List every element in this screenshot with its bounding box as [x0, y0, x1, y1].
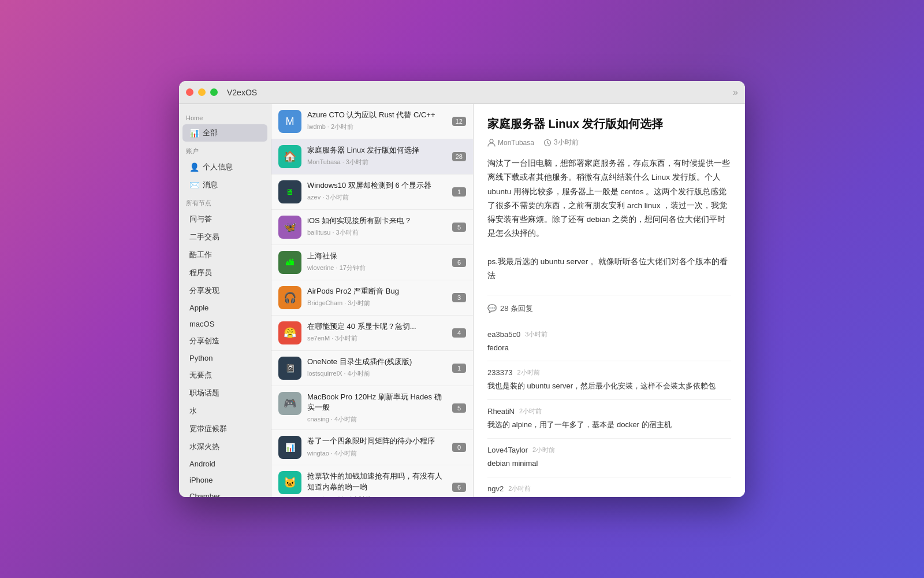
sidebar-item-profile[interactable]: 👤 个人信息: [182, 158, 267, 176]
sidebar-item-4[interactable]: 分享发现: [182, 282, 267, 299]
post-count-7: 4: [452, 328, 466, 338]
post-avatar-1: M: [278, 110, 301, 133]
comment-time-3: 2小时前: [519, 407, 542, 416]
comment-4: Love4Taylor 2小时前 debian minimal: [487, 439, 731, 477]
post-item-3[interactable]: 🖥 Windows10 双屏却检测到 6 个显示器 azev · 3小时前 1: [271, 175, 473, 210]
post-count-5: 6: [452, 258, 466, 267]
sidebar-node-label-apple: Apple: [189, 303, 208, 312]
sidebar-item-2[interactable]: 酷工作: [182, 246, 267, 264]
comment-user-3: RheatiN: [487, 407, 515, 416]
sidebar-item-0[interactable]: 问与答: [182, 210, 267, 228]
fullscreen-button[interactable]: [210, 88, 218, 96]
comment-user-1: ea3ba5c0: [487, 330, 520, 339]
sidebar-item-6[interactable]: 无要点: [182, 366, 267, 384]
comment-time-5: 2小时前: [508, 484, 531, 493]
post-title-2: 家庭服务器 Linux 发行版如何选择: [307, 145, 446, 155]
post-body-8: OneNote 目录生成插件(残废版) lostsquirrelX · 4小时前: [307, 357, 446, 378]
comment-time-4: 2小时前: [532, 446, 555, 454]
post-item-8[interactable]: 📓 OneNote 目录生成插件(残废版) lostsquirrelX · 4小…: [271, 351, 473, 386]
post-meta-3: azev · 3小时前: [307, 193, 446, 202]
post-item-9[interactable]: 🎮 MacBook Pro 120Hz 刷新率玩 Hades 确实一般 cnas…: [271, 386, 473, 430]
post-avatar-2: 🏠: [278, 145, 301, 168]
sidebar-item-water[interactable]: 水: [182, 402, 267, 420]
sidebar-item-chamber[interactable]: Chamber: [182, 488, 267, 497]
post-title-9: MacBook Pro 120Hz 刷新率玩 Hades 确实一般: [307, 392, 446, 413]
sidebar-node-label-7: 职场话题: [189, 388, 219, 398]
comment-user-5: ngv2: [487, 484, 504, 493]
comment-header-4: Love4Taylor 2小时前: [487, 446, 731, 454]
post-count-6: 3: [452, 293, 466, 302]
close-button[interactable]: [186, 88, 193, 96]
expand-icon[interactable]: »: [733, 87, 738, 98]
post-item-7[interactable]: 😤 在哪能预定 40 系显卡呢？急切... se7enM · 3小时前 4: [271, 316, 473, 351]
post-avatar-9: 🎮: [278, 392, 301, 415]
comment-2: 233373 2小时前 我也是装的 ubuntu server，然后最小化安装，…: [487, 361, 731, 400]
comment-5: ngv2 2小时前 没有什么特殊需求就哪个熟用哪个呗: [487, 477, 731, 497]
sidebar-item-all[interactable]: 📊 全部: [182, 124, 267, 142]
sidebar-item-8[interactable]: 宽带症候群: [182, 420, 267, 438]
post-avatar-11: 🐱: [278, 471, 301, 494]
bar-chart-icon: 📊: [189, 128, 199, 138]
sidebar-node-label-4: 分享发现: [189, 286, 219, 296]
post-body-1: Azure CTO 认为应以 Rust 代替 C/C++ iwdmb · 2小时…: [307, 110, 446, 131]
post-count-10: 0: [452, 443, 466, 452]
post-avatar-7: 😤: [278, 321, 301, 344]
post-avatar-6: 🎧: [278, 286, 301, 309]
sidebar-item-iphone[interactable]: iPhone: [182, 472, 267, 488]
post-avatar-3: 🖥: [278, 180, 301, 203]
sidebar-item-5[interactable]: 分享创造: [182, 332, 267, 350]
sidebar-item-7[interactable]: 职场话题: [182, 384, 267, 402]
sidebar-item-9[interactable]: 水深火热: [182, 438, 267, 455]
post-count-4: 5: [452, 223, 466, 232]
post-title-8: OneNote 目录生成插件(残废版): [307, 357, 446, 367]
sidebar-item-1[interactable]: 二手交易: [182, 228, 267, 246]
comment-time-2: 2小时前: [517, 368, 539, 377]
post-item-11[interactable]: 🐱 抢票软件的加钱加速抢有用吗，有没有人知道内幕的哟一哟 proxytoworl…: [271, 465, 473, 497]
post-meta-4: bailitusu · 3小时前: [307, 228, 446, 237]
post-title-6: AirPods Pro2 严重断音 Bug: [307, 286, 446, 297]
detail-author-icon: MonTubasa: [487, 139, 534, 147]
sidebar-item-apple[interactable]: Apple: [182, 300, 267, 316]
sidebar: Home 📊 全部 账户 👤 个人信息 ✉️ 消息 所有节点 问与答 二手交易: [179, 104, 271, 497]
main-window: V2exOS » Home 📊 全部 账户 👤 个人信息 ✉️ 消息 所有节点 …: [179, 81, 745, 497]
post-list: M Azure CTO 认为应以 Rust 代替 C/C++ iwdmb · 2…: [271, 104, 474, 497]
comment-body-2: 我也是装的 ubuntu server，然后最小化安装，这样不会装太多依赖包: [487, 380, 731, 392]
sidebar-item-android[interactable]: Android: [182, 456, 267, 472]
post-count-3: 1: [452, 187, 466, 197]
comment-header-5: ngv2 2小时前: [487, 484, 731, 493]
post-title-10: 卷了一个四象限时间矩阵的待办小程序: [307, 436, 446, 446]
post-item-4[interactable]: 🦋 iOS 如何实现接所有副卡来电？ bailitusu · 3小时前 5: [271, 210, 473, 245]
post-title-3: Windows10 双屏却检测到 6 个显示器: [307, 180, 446, 191]
post-item-2[interactable]: 🏠 家庭服务器 Linux 发行版如何选择 MonTubasa · 3小时前 2…: [271, 139, 473, 175]
comment-body-1: fedora: [487, 342, 731, 354]
sidebar-item-3[interactable]: 程序员: [182, 264, 267, 281]
sidebar-account-label: 账户: [179, 142, 271, 158]
post-body-4: iOS 如何实现接所有副卡来电？ bailitusu · 3小时前: [307, 216, 446, 237]
post-meta-11: proxytoworld · 4小时前: [307, 495, 446, 497]
sidebar-item-python[interactable]: Python: [182, 350, 267, 366]
sidebar-profile-label: 个人信息: [203, 162, 233, 172]
sidebar-home-label: Home: [179, 110, 271, 124]
post-item-5[interactable]: 🏙 上海社保 wloverine · 17分钟前 6: [271, 245, 473, 280]
sidebar-node-label-python: Python: [189, 354, 213, 362]
post-body-9: MacBook Pro 120Hz 刷新率玩 Hades 确实一般 cnasin…: [307, 392, 446, 424]
comment-header-2: 233373 2小时前: [487, 368, 731, 377]
person-icon: 👤: [189, 162, 199, 172]
post-item-6[interactable]: 🎧 AirPods Pro2 严重断音 Bug BridgeCham · 3小时…: [271, 280, 473, 316]
post-item-1[interactable]: M Azure CTO 认为应以 Rust 代替 C/C++ iwdmb · 2…: [271, 104, 473, 139]
detail-body: 淘汰了一台旧电脑，想部署家庭服务器，存点东西，有时候提供一些离线下载或者其他服务…: [487, 157, 731, 283]
post-avatar-4: 🦋: [278, 216, 301, 239]
minimize-button[interactable]: [198, 88, 206, 96]
sidebar-item-macos[interactable]: macOS: [182, 316, 267, 332]
reply-count: 💬 28 条回复: [487, 295, 731, 314]
sidebar-item-message[interactable]: ✉️ 消息: [182, 176, 267, 194]
sidebar-all-label: 全部: [203, 128, 218, 138]
post-body-3: Windows10 双屏却检测到 6 个显示器 azev · 3小时前: [307, 180, 446, 202]
post-avatar-5: 🏙: [278, 251, 301, 274]
post-body-6: AirPods Pro2 严重断音 Bug BridgeCham · 3小时前: [307, 286, 446, 307]
sidebar-node-label-1: 二手交易: [189, 232, 219, 242]
post-item-10[interactable]: 📊 卷了一个四象限时间矩阵的待办小程序 wingtao · 4小时前 0: [271, 430, 473, 465]
post-meta-10: wingtao · 4小时前: [307, 449, 446, 458]
post-avatar-8: 📓: [278, 357, 301, 380]
comment-header-1: ea3ba5c0 3小时前: [487, 330, 731, 339]
